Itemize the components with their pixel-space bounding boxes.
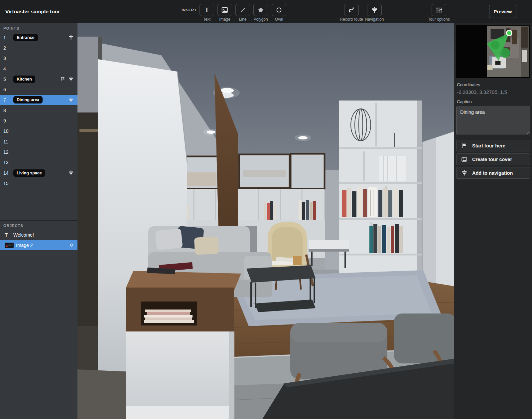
tool-image-label: Image bbox=[216, 17, 234, 22]
panorama-scene bbox=[77, 23, 454, 419]
flag-icon bbox=[61, 77, 65, 82]
tool-line[interactable]: Line bbox=[234, 4, 252, 22]
point-row-10[interactable]: 10 bbox=[0, 126, 77, 136]
point-row-9[interactable]: 9 bbox=[0, 115, 77, 126]
objects-section-label: OBJECTS bbox=[0, 221, 77, 230]
minimap-thumbnail[interactable] bbox=[456, 25, 530, 78]
points-section-label: POINTS bbox=[0, 23, 77, 32]
signpost-icon bbox=[68, 35, 73, 40]
tool-oval-label: Oval bbox=[270, 17, 288, 22]
point-row-6[interactable]: 6 bbox=[0, 84, 77, 95]
image-icon bbox=[221, 6, 228, 14]
point-row-15[interactable]: 15 bbox=[0, 178, 77, 188]
oval-icon bbox=[275, 6, 283, 14]
point-row-12[interactable]: 12 bbox=[0, 147, 77, 157]
caption-label: Caption bbox=[457, 99, 529, 104]
signpost-icon bbox=[461, 170, 467, 176]
image-object-thumbnail bbox=[5, 243, 14, 248]
image-icon bbox=[461, 156, 467, 162]
point-row-7-selected[interactable]: 7 Dining area bbox=[0, 95, 77, 105]
point-row-1[interactable]: 1 Entrance bbox=[0, 32, 77, 43]
create-tour-cover-button[interactable]: Create tour cover bbox=[456, 153, 530, 165]
caption-input[interactable]: Dining area bbox=[456, 106, 530, 134]
insert-section-label: INSERT bbox=[182, 8, 197, 12]
tool-text[interactable]: T Text bbox=[198, 4, 216, 22]
signpost-icon bbox=[68, 170, 73, 175]
point-row-5[interactable]: 5 Kitchen bbox=[0, 74, 77, 84]
point-row-8[interactable]: 8 bbox=[0, 105, 77, 115]
point-inspector-panel: Coordinates -2.28303, 3.32705, 1.5 Capti… bbox=[454, 23, 532, 419]
tool-text-label: Text bbox=[198, 17, 216, 22]
point-row-2[interactable]: 2 bbox=[0, 43, 77, 53]
text-object-icon: T bbox=[5, 232, 13, 238]
virtoaster-editor: Virtoaster sample tour INSERT T Text Ima… bbox=[0, 0, 532, 419]
point-row-14[interactable]: 14 Living space bbox=[0, 168, 77, 178]
point-caption-badge: Living space bbox=[13, 169, 45, 177]
flag-icon bbox=[461, 143, 467, 148]
tool-oval[interactable]: Oval bbox=[270, 4, 288, 22]
panorama-viewport[interactable] bbox=[77, 23, 454, 419]
point-row-11[interactable]: 11 bbox=[0, 136, 77, 147]
object-row-text[interactable]: T Welcome! bbox=[0, 230, 77, 240]
tool-polygon[interactable]: Polygon bbox=[252, 4, 270, 22]
sliders-icon bbox=[436, 7, 443, 14]
point-row-13[interactable]: 13 bbox=[0, 157, 77, 168]
point-caption-badge: Kitchen bbox=[13, 76, 35, 83]
point-caption-badge: Dining area bbox=[13, 96, 43, 104]
point-caption-badge: Entrance bbox=[13, 34, 38, 41]
text-icon: T bbox=[205, 6, 209, 14]
gear-icon[interactable]: ⚙ bbox=[69, 243, 73, 248]
object-row-image[interactable]: Image 2 ⚙ bbox=[0, 240, 77, 250]
navigation-label: Navigation bbox=[359, 17, 390, 22]
app-title: Virtoaster sample tour bbox=[5, 0, 60, 23]
preview-button[interactable]: Preview bbox=[489, 5, 516, 18]
navigation-button[interactable]: Navigation bbox=[359, 4, 390, 22]
signpost-icon bbox=[371, 7, 378, 13]
signpost-icon bbox=[68, 77, 73, 82]
tour-options-button[interactable]: Tour options bbox=[424, 4, 454, 22]
coordinates-label: Coordinates bbox=[457, 82, 529, 87]
polygon-icon bbox=[257, 6, 264, 14]
signpost-icon bbox=[68, 98, 73, 103]
tool-polygon-label: Polygon bbox=[252, 17, 270, 22]
top-toolbar: Virtoaster sample tour INSERT T Text Ima… bbox=[0, 0, 532, 23]
coordinates-value: -2.28303, 3.32705, 1.5 bbox=[457, 89, 529, 95]
tool-image[interactable]: Image bbox=[216, 4, 234, 22]
start-tour-here-button[interactable]: Start tour here bbox=[456, 140, 530, 151]
line-icon bbox=[239, 6, 246, 14]
tour-options-label: Tour options bbox=[424, 17, 454, 22]
tool-line-label: Line bbox=[234, 17, 252, 22]
left-sidebar: POINTS 1 Entrance 2 3 4 5 Kitchen 6 7 Di… bbox=[0, 23, 77, 419]
objects-section: OBJECTS T Welcome! Image 2 ⚙ bbox=[0, 220, 77, 250]
point-row-3[interactable]: 3 bbox=[0, 53, 77, 64]
route-icon bbox=[348, 6, 355, 14]
point-row-4[interactable]: 4 bbox=[0, 64, 77, 74]
add-to-navigation-button[interactable]: Add to navigation bbox=[456, 167, 530, 179]
